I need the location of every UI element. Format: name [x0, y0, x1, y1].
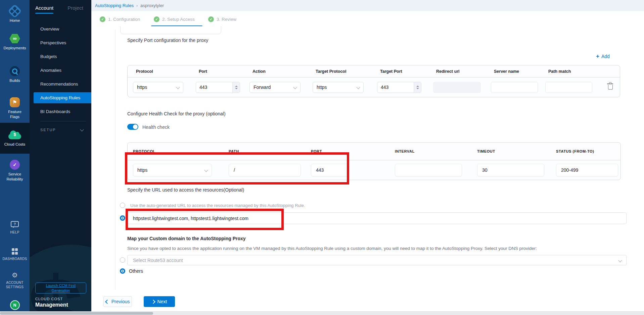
- breadcrumb-autostopping-rules-link[interactable]: AutoStopping Rules: [95, 3, 134, 8]
- sidebar-item-recommendations[interactable]: Recommendations: [30, 77, 91, 91]
- hc-port-input[interactable]: 443: [311, 164, 349, 176]
- hc-timeout-input[interactable]: 30: [477, 164, 544, 176]
- number-stepper[interactable]: [232, 82, 240, 93]
- step-review[interactable]: ✓ 3. Review: [208, 16, 236, 22]
- launch-ccm-first-gen-button[interactable]: Launch CCM First Generation: [35, 282, 86, 294]
- horizontal-scrollbar[interactable]: [0, 311, 644, 315]
- rail-item-label: Deployments: [3, 46, 26, 51]
- number-stepper[interactable]: [414, 82, 421, 93]
- module-kicker: CLOUD COST: [35, 297, 68, 301]
- help-icon: ?: [11, 221, 19, 227]
- previous-label: Previous: [111, 299, 130, 304]
- rail-item-cloud-costs[interactable]: $ Cloud Costs: [0, 123, 30, 154]
- add-port-row-button[interactable]: + Add: [596, 53, 610, 59]
- chevron-down-icon: [356, 85, 360, 89]
- rail-item-feature-flags[interactable]: ⚑ Feature Flags: [0, 97, 30, 119]
- next-button[interactable]: Next: [144, 296, 175, 307]
- plus-icon: +: [596, 53, 599, 59]
- port-value: 443: [199, 85, 207, 90]
- port-config-heading: Specify Port configuration for the proxy: [127, 38, 208, 43]
- route53-radio[interactable]: [120, 257, 125, 263]
- scrolled-cutoff-field[interactable]: [120, 26, 221, 34]
- builds-icon: [10, 66, 20, 76]
- breadcrumb-separator-icon: ›: [136, 3, 138, 8]
- health-check-header: PROTOCOL PATH PORT INTERVAL TIMEOUT STAT…: [128, 143, 620, 160]
- hc-path-input[interactable]: /: [229, 164, 301, 176]
- avatar[interactable]: N: [10, 300, 20, 310]
- rail-item-home[interactable]: Home: [0, 6, 30, 23]
- custom-url-radio[interactable]: [120, 215, 125, 221]
- rail-item-label: Builds: [9, 78, 20, 83]
- delete-row-trash-icon[interactable]: [608, 85, 613, 90]
- col-redirect-url: Redirect url: [428, 69, 486, 74]
- action-select[interactable]: Forward: [249, 82, 301, 93]
- chevron-down-icon: [293, 85, 297, 89]
- health-check-heading: Configure Health Check for the proxy (op…: [127, 111, 226, 116]
- rail-item-label: Cloud Costs: [4, 142, 26, 147]
- main-content: AutoStopping Rules › asproxytyler ✓ 1. C…: [91, 0, 644, 315]
- chevron-down-icon: [176, 85, 180, 89]
- scope-tabs: Account Project: [35, 5, 83, 14]
- server-name-input[interactable]: [491, 82, 538, 93]
- col-hc-interval: INTERVAL: [389, 149, 472, 153]
- tab-project[interactable]: Project: [67, 5, 83, 14]
- col-protocol: Protocol: [128, 69, 190, 74]
- tab-account[interactable]: Account: [35, 5, 53, 14]
- hc-status-value: 200-499: [561, 167, 578, 173]
- rail-item-profile[interactable]: N: [0, 300, 30, 310]
- rail-item-builds[interactable]: Builds: [0, 66, 30, 83]
- sidebar-item-overview[interactable]: Overview: [30, 22, 91, 36]
- others-label: Others: [129, 268, 143, 274]
- chevron-down-icon: [618, 258, 622, 262]
- port-config-table: Protocol Port Action Target Protocol Tar…: [127, 65, 620, 97]
- rail-item-account-settings[interactable]: ⚙ ACCOUNT SETTINGS: [0, 272, 30, 289]
- rail-item-service-reliability[interactable]: ✓ Service Reliability: [0, 160, 30, 182]
- custom-url-input[interactable]: httpstest.lightwingtest.com, httpstest1.…: [127, 212, 627, 224]
- step-setup-access[interactable]: ✓ 2. Setup Access: [154, 16, 195, 22]
- rail-item-help[interactable]: ? HELP: [0, 221, 30, 234]
- auto-generated-url-radio[interactable]: [120, 203, 125, 208]
- sidebar-item-budgets[interactable]: Budgets: [30, 50, 91, 63]
- others-radio[interactable]: [120, 268, 125, 274]
- col-hc-protocol: PROTOCOL: [128, 149, 223, 153]
- hc-status-input[interactable]: 200-499: [556, 164, 618, 176]
- sidebar-item-perspectives[interactable]: Perspectives: [30, 36, 91, 50]
- action-value: Forward: [254, 85, 271, 90]
- route53-account-select[interactable]: Select Route53 account: [127, 255, 627, 265]
- hc-port-value: 443: [316, 167, 324, 173]
- col-server-name: Server name: [486, 69, 540, 74]
- sidebar-item-bi-dashboards[interactable]: BI Dashboards: [30, 105, 91, 118]
- deployments-icon: ∞: [9, 34, 20, 44]
- module-rail: Home ∞ Deployments Builds ⚑ Feature Flag…: [0, 0, 30, 315]
- target-protocol-select[interactable]: https: [313, 82, 364, 93]
- rail-item-label: ACCOUNT SETTINGS: [3, 280, 27, 289]
- custom-domain-description: Since you have opted to access the appli…: [127, 246, 638, 251]
- health-check-toggle-label: Health check: [142, 124, 170, 130]
- add-label: Add: [601, 54, 610, 59]
- path-match-input[interactable]: [545, 82, 592, 93]
- scrollbar-thumb[interactable]: [0, 312, 153, 315]
- hc-interval-input[interactable]: [395, 164, 462, 176]
- protocol-select[interactable]: https: [133, 82, 183, 93]
- port-input[interactable]: 443: [196, 82, 240, 93]
- sidebar-setup-group[interactable]: SETUP: [40, 128, 83, 132]
- hc-path-value: /: [234, 167, 235, 173]
- col-hc-status: STATUS (FROM-TO): [551, 149, 620, 153]
- chevron-left-icon: [105, 300, 109, 304]
- target-port-input[interactable]: 443: [377, 82, 421, 93]
- health-check-toggle[interactable]: [127, 124, 138, 130]
- auto-generated-url-label: Use the auto-generated URL to access the…: [130, 203, 305, 208]
- rail-item-deployments[interactable]: ∞ Deployments: [0, 34, 30, 51]
- port-table-row: https 443 Forward https 443: [128, 77, 620, 97]
- hc-protocol-select[interactable]: https: [133, 164, 212, 176]
- col-port: Port: [190, 69, 244, 74]
- rail-item-dashboards[interactable]: DASHBOARDS: [0, 248, 30, 261]
- step-check-icon: ✓: [154, 16, 159, 22]
- previous-button[interactable]: Previous: [103, 296, 132, 307]
- gear-icon: ⚙: [12, 272, 18, 278]
- route53-placeholder: Select Route53 account: [133, 258, 183, 263]
- sidebar-item-autostopping-rules[interactable]: AutoStopping Rules: [34, 92, 91, 103]
- sidebar-item-anomalies[interactable]: Anomalies: [30, 63, 91, 77]
- hc-timeout-value: 30: [482, 167, 488, 173]
- step-configuration[interactable]: ✓ 1. Configuration: [100, 16, 140, 22]
